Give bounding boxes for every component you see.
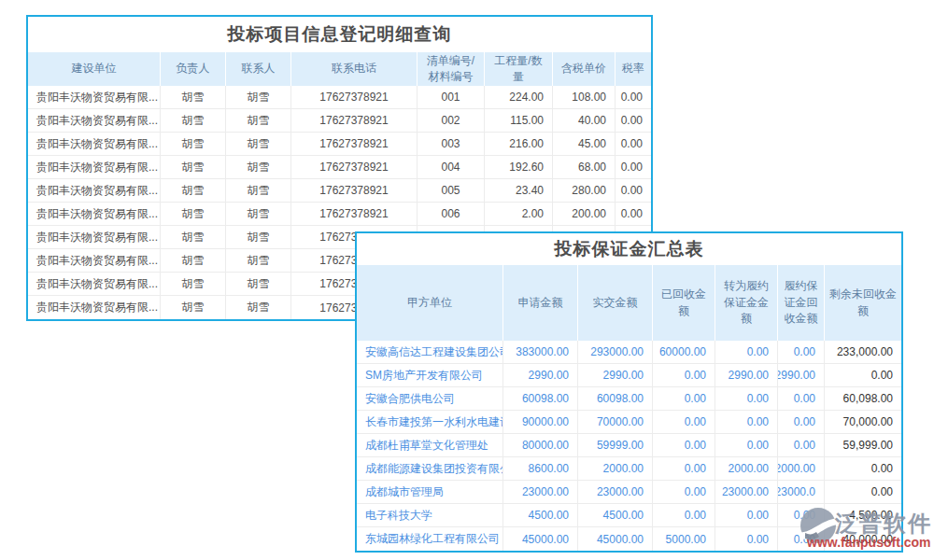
- table-cell: 60,098.00: [825, 387, 901, 410]
- table-row[interactable]: 贵阳丰沃物资贸易有限... 胡雪 胡雪 17627378921 005 23.4…: [28, 179, 651, 203]
- col-header-performance-bond-recovered: 履约保证金回收金额: [778, 265, 825, 341]
- table-cell: 0.00: [653, 481, 715, 503]
- table-cell: 90000.00: [503, 411, 578, 433]
- table-cell: 0.00: [715, 411, 778, 433]
- table-row[interactable]: 长春市建投第一水利水电建设 90000.00 70000.00 0.00 0.0…: [357, 411, 901, 434]
- table-cell: 0.00: [778, 387, 825, 410]
- table-row[interactable]: 电子科技大学 4500.00 4500.00 0.00 0.00 0.00 4,…: [357, 504, 901, 527]
- col-header-list-material-no: 清单编号/材料编号: [417, 52, 485, 86]
- table-row[interactable]: 安徽高信达工程建设集团公司 383000.00 293000.00 60000.…: [357, 341, 901, 364]
- company-link[interactable]: 长春市建投第一水利水电建设: [357, 411, 503, 433]
- table-cell: 004: [417, 156, 485, 178]
- table-cell: 70,000.00: [825, 411, 901, 433]
- table-cell: 4500.00: [578, 504, 653, 526]
- col-header-recovered-amount: 已回收金额: [653, 265, 715, 341]
- table-cell: 108.00: [553, 86, 616, 108]
- table-cell: 45000.00: [503, 527, 578, 551]
- table-cell: 80000.00: [503, 434, 578, 456]
- table-cell: 胡雪: [161, 273, 226, 295]
- table-cell: 贵阳丰沃物资贸易有限...: [28, 249, 161, 272]
- table-cell: 0.00: [778, 411, 825, 433]
- table-cell: 0.00: [715, 527, 778, 551]
- table-cell: 8600.00: [503, 457, 578, 480]
- table-cell: 胡雪: [161, 226, 226, 248]
- table-row[interactable]: 贵阳丰沃物资贸易有限... 胡雪 胡雪 17627378921 003 216.…: [28, 133, 651, 156]
- table-row[interactable]: 安徽合肥供电公司 60098.00 60098.00 0.00 0.00 0.0…: [357, 387, 901, 411]
- table-cell: 2990.00: [715, 364, 778, 386]
- table-cell: 4,500.00: [825, 504, 901, 526]
- table-cell: 17627378921: [291, 156, 417, 178]
- table-cell: 0.00: [715, 341, 778, 363]
- table-cell: 胡雪: [226, 86, 291, 108]
- summary-table-title: 投标保证金汇总表: [357, 233, 901, 265]
- table-cell: 68.00: [553, 156, 616, 178]
- table-cell: 胡雪: [161, 179, 226, 202]
- company-link[interactable]: 电子科技大学: [357, 504, 503, 526]
- table-cell: 胡雪: [226, 249, 291, 272]
- table-cell: 0.00: [715, 504, 778, 526]
- table-row[interactable]: 成都能源建设集团投资有限公 8600.00 2000.00 0.00 2000.…: [357, 457, 901, 481]
- company-link[interactable]: 东城园林绿化工程有限公司: [357, 527, 503, 551]
- table-cell: 0.00: [715, 387, 778, 410]
- company-link[interactable]: 成都杜甫草堂文化管理处: [357, 434, 503, 456]
- table-row[interactable]: 贵阳丰沃物资贸易有限... 胡雪 胡雪 17627378921 004 192.…: [28, 156, 651, 179]
- table-row[interactable]: SM房地产开发有限公司 2990.00 2990.00 0.00 2990.00…: [357, 364, 901, 387]
- table-cell: 17627378921: [291, 109, 417, 132]
- table-cell: 2000.00: [778, 457, 825, 480]
- col-header-person-in-charge: 负责人: [161, 52, 226, 86]
- table-cell: 2990.00: [578, 364, 653, 386]
- table-cell: 胡雪: [226, 109, 291, 132]
- col-header-contact-phone: 联系电话: [291, 52, 417, 86]
- table-cell: 2990.00: [503, 364, 578, 386]
- table-cell: 0.00: [653, 411, 715, 433]
- table-cell: 贵阳丰沃物资贸易有限...: [28, 226, 161, 248]
- table-row[interactable]: 东城园林绿化工程有限公司 45000.00 45000.00 5000.00 0…: [357, 527, 901, 551]
- table-cell: 2000.00: [578, 457, 653, 480]
- table-cell: 40.00: [553, 109, 616, 132]
- company-link[interactable]: 成都城市管理局: [357, 481, 503, 503]
- col-header-tax-rate: 税率: [616, 52, 651, 86]
- table-row[interactable]: 贵阳丰沃物资贸易有限... 胡雪 胡雪 17627378921 002 115.…: [28, 109, 651, 133]
- table-cell: 17627378921: [291, 203, 417, 225]
- table-cell: 5000.00: [653, 527, 715, 551]
- table-cell: 280.00: [553, 179, 616, 202]
- table-cell: 17627378921: [291, 179, 417, 202]
- table-cell: 006: [417, 203, 485, 225]
- company-link[interactable]: 成都能源建设集团投资有限公: [357, 457, 503, 480]
- col-header-quantity: 工程量/数量: [485, 52, 553, 86]
- table-cell: 0.00: [715, 434, 778, 456]
- table-cell: 0.00: [653, 387, 715, 410]
- table-cell: 23000.00: [503, 481, 578, 503]
- table-row[interactable]: 贵阳丰沃物资贸易有限... 胡雪 胡雪 17627378921 006 2.00…: [28, 203, 651, 226]
- table-cell: 60098.00: [578, 387, 653, 410]
- table-cell: 胡雪: [226, 203, 291, 225]
- table-cell: 17627378921: [291, 86, 417, 108]
- table-cell: 60000.00: [653, 341, 715, 363]
- table-cell: 2990.00: [778, 364, 825, 386]
- table-row[interactable]: 成都杜甫草堂文化管理处 80000.00 59999.00 0.00 0.00 …: [357, 434, 901, 457]
- table-cell: 59,999.00: [825, 434, 901, 456]
- table-cell: 40,000.00: [825, 527, 901, 551]
- bid-deposit-summary-table: 投标保证金汇总表 甲方单位 申请金额 实交金额 已回收金额 转为履约保证金金额 …: [355, 231, 903, 553]
- table-cell: 200.00: [553, 203, 616, 225]
- col-header-unit-price-taxed: 含税单价: [553, 52, 616, 86]
- table-cell: 胡雪: [161, 249, 226, 272]
- summary-table-header-row: 甲方单位 申请金额 实交金额 已回收金额 转为履约保证金金额 履约保证金回收金额…: [357, 265, 901, 341]
- table-row[interactable]: 贵阳丰沃物资贸易有限... 胡雪 胡雪 17627378921 001 224.…: [28, 86, 651, 109]
- table-cell: 192.60: [485, 156, 553, 178]
- table-cell: 胡雪: [226, 296, 291, 319]
- col-header-construction-unit: 建设单位: [28, 52, 161, 86]
- table-cell: 0.00: [653, 504, 715, 526]
- company-link[interactable]: 安徽合肥供电公司: [357, 387, 503, 410]
- table-cell: 60098.00: [503, 387, 578, 410]
- table-row[interactable]: 成都城市管理局 23000.00 23000.00 0.00 23000.00 …: [357, 481, 901, 504]
- col-header-applied-amount: 申请金额: [503, 265, 578, 341]
- table-cell: 贵阳丰沃物资贸易有限...: [28, 203, 161, 225]
- table-cell: 胡雪: [161, 109, 226, 132]
- company-link[interactable]: 安徽高信达工程建设集团公司: [357, 341, 503, 363]
- table-cell: 0.00: [653, 457, 715, 480]
- company-link[interactable]: SM房地产开发有限公司: [357, 364, 503, 386]
- table-cell: 0.00: [616, 156, 651, 178]
- table-cell: 0.00: [616, 109, 651, 132]
- table-cell: 23000.00: [715, 481, 778, 503]
